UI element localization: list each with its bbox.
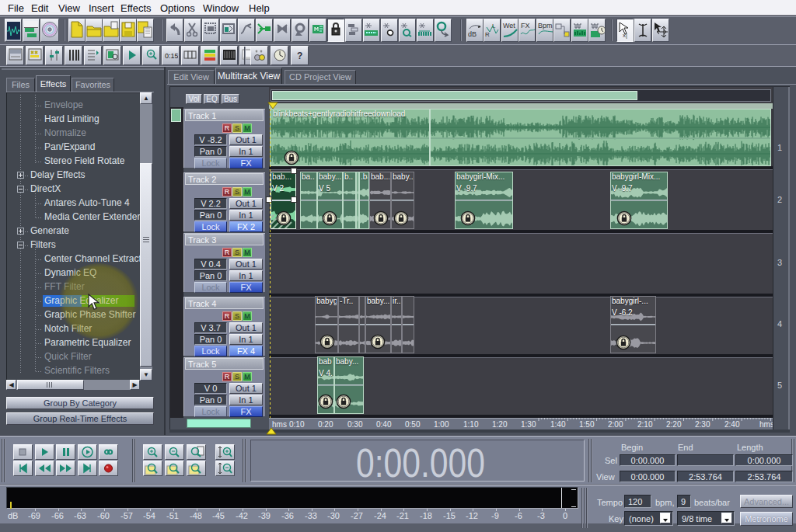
svg-text:Bpm: Bpm: [538, 22, 553, 30]
svg-text:Wet: Wet: [503, 22, 515, 30]
svg-text:R: R: [485, 31, 490, 38]
svg-text:0:15: 0:15: [165, 52, 178, 60]
svg-text:FX: FX: [521, 22, 530, 30]
svg-text:x|: x|: [623, 32, 627, 39]
svg-text:?: ?: [297, 50, 302, 61]
svg-text:dB: dB: [468, 30, 477, 38]
